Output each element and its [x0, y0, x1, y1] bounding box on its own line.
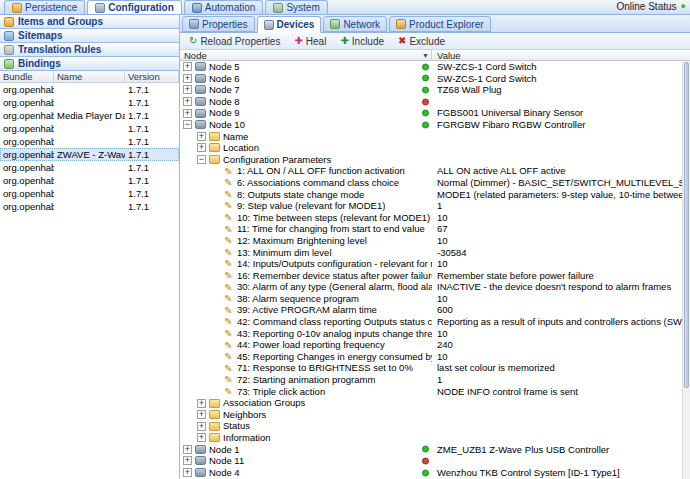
tree-row[interactable]: + Location [180, 142, 690, 154]
tree-row[interactable]: + Association Groups [180, 397, 690, 409]
binding-row[interactable]: org.openhab... 1.7.1 [0, 122, 179, 135]
tree-row[interactable]: + Node 5 SW-ZCS-1 Cord Switch [180, 61, 690, 73]
tree-row[interactable]: + Neighbors [180, 409, 690, 421]
expander-icon[interactable]: + [183, 97, 192, 106]
scrollbar-thumb[interactable] [684, 62, 689, 388]
column-menu-icon[interactable]: ▼ [422, 52, 429, 59]
expander-icon[interactable]: + [197, 132, 206, 141]
tree-row[interactable]: ✎ 12: Maximum Brightening level 10 [180, 235, 690, 247]
tree-item-label: Association Groups [223, 397, 305, 409]
tree-row[interactable]: ✎ 38: Alarm sequence program 10 [180, 293, 690, 305]
binding-row[interactable]: org.openhab... Media Player Daem... 1.7.… [0, 109, 179, 122]
expander-icon[interactable]: + [183, 456, 192, 465]
tree-row[interactable]: ✎ 45: Reporting Changes in energy consum… [180, 351, 690, 363]
expander-icon[interactable]: + [183, 445, 192, 454]
main-tab[interactable]: Product Explorer [389, 16, 490, 32]
main-tab[interactable]: Network [323, 16, 387, 32]
tree-row[interactable]: + Node 8 [180, 96, 690, 108]
expander-icon[interactable]: + [183, 62, 192, 71]
value-column-header[interactable]: Value [432, 50, 690, 60]
tree-row[interactable]: + Node 6 SW-ZCS-1 Cord Switch [180, 73, 690, 85]
tree-row[interactable]: ✎ 10: Time between steps (relevant for M… [180, 212, 690, 224]
toolbar-button[interactable]: ✚ Heal [288, 34, 332, 49]
expander-icon[interactable]: − [183, 120, 192, 129]
binding-row[interactable]: org.openhab... 1.7.1 [0, 161, 179, 174]
tree-row[interactable]: ✎ 6: Associations command class choice N… [180, 177, 690, 189]
expander-icon[interactable]: + [183, 85, 192, 94]
tree-row[interactable]: + Node 7 TZ68 Wall Plug [180, 84, 690, 96]
tree-row[interactable]: + Name [180, 131, 690, 143]
tree-row[interactable]: ✎ 42: Command class reporting Outputs st… [180, 316, 690, 328]
expander-icon[interactable]: + [197, 410, 206, 419]
tree-row[interactable]: + Information [180, 432, 690, 444]
binding-row[interactable]: org.openhab... 1.7.1 [0, 83, 179, 96]
top-tab-icon [12, 3, 22, 13]
tree-row[interactable]: + Node 1 ZME_UZB1 Z-Wave Plus USB Contro… [180, 444, 690, 456]
tree-row[interactable]: + Node 4 Wenzhou TKB Control System [ID-… [180, 467, 690, 479]
binding-row[interactable]: org.openhab... 1.7.1 [0, 135, 179, 148]
node-status-dot [422, 110, 429, 117]
tree-row[interactable]: ✎ 30: Alarm of any type (General alarm, … [180, 281, 690, 293]
expander-icon[interactable]: + [197, 433, 206, 442]
main-tab[interactable]: Devices [257, 16, 322, 33]
tree-row[interactable]: ✎ 71: Response to BRIGHTNESS set to 0% l… [180, 362, 690, 374]
top-tab[interactable]: Configuration [87, 0, 182, 14]
tree-row[interactable]: ✎ 8: Outputs state change mode MODE1 (re… [180, 189, 690, 201]
accordion-section-header[interactable]: Items and Groups [0, 15, 179, 29]
node-cell: ✎ 6: Associations command class choice [180, 177, 432, 189]
toolbar-button[interactable]: ✚ Include [334, 34, 390, 49]
tree-item-label: 73: Triple click action [237, 386, 325, 398]
online-status-icon: ● [681, 2, 686, 11]
tree-row[interactable]: ✎ 9: Step value (relevant for MODE1) 1 [180, 200, 690, 212]
tree-row[interactable]: + Status [180, 420, 690, 432]
top-tab-icon [273, 3, 283, 13]
main-tab-label: Properties [202, 19, 248, 30]
top-tab[interactable]: System [265, 0, 327, 14]
name-column-header[interactable]: Name [54, 71, 125, 82]
node-column-label: Node [184, 50, 207, 61]
tree-row[interactable]: ✎ 39: Active PROGRAM alarm time 600 [180, 304, 690, 316]
tree-item-icon [195, 445, 206, 454]
binding-row[interactable]: org.openhab... 1.7.1 [0, 187, 179, 200]
tree-row[interactable]: ✎ 44: Power load reporting frequency 240 [180, 339, 690, 351]
expander-icon[interactable]: + [197, 422, 206, 431]
toolbar-button[interactable]: ✖ Exclude [392, 34, 451, 49]
tree-row[interactable]: ✎ 14: Inputs/Outputs configuration - rel… [180, 258, 690, 270]
expander-icon[interactable]: − [197, 155, 206, 164]
binding-row[interactable]: org.openhab... 1.7.1 [0, 174, 179, 187]
binding-row[interactable]: org.openhab... 1.7.1 [0, 200, 179, 213]
accordion-section-header[interactable]: Bindings [0, 57, 179, 71]
tree-row[interactable]: − Node 10 FGRGBW Fibaro RGBW Controller [180, 119, 690, 131]
tree-row[interactable]: + Node 11 [180, 455, 690, 467]
tree-row[interactable]: ✎ 1: ALL ON / ALL OFF function activatio… [180, 165, 690, 177]
expander-icon[interactable]: + [197, 399, 206, 408]
toolbar-button[interactable]: ↻ Reload Properties [183, 34, 286, 49]
scrollbar[interactable] [682, 61, 690, 479]
accordion-section-header[interactable]: Translation Rules [0, 43, 179, 57]
tree-row[interactable]: ✎ 72: Starting animation programm 1 [180, 374, 690, 386]
version-column-header[interactable]: Version [125, 71, 179, 82]
tree-item-label: 44: Power load reporting frequency [237, 339, 385, 351]
tree-row[interactable]: ✎ 13: Minimum dim level -30584 [180, 247, 690, 259]
expander-icon[interactable]: + [183, 74, 192, 83]
expander-icon[interactable]: + [183, 468, 192, 477]
tree-row[interactable]: ✎ 16: Remember device status after power… [180, 270, 690, 282]
binding-row[interactable]: org.openhab... ZWAVE - Z-Wave B... 1.7.1 [0, 148, 179, 161]
top-tab[interactable]: Persistence [4, 0, 85, 14]
tree-row[interactable]: − Configuration Parameters [180, 154, 690, 166]
tree-row[interactable]: + Node 9 FGBS001 Universal Binary Sensor [180, 107, 690, 119]
tree-row[interactable]: ✎ 43: Reporting 0-10v analog inputs chan… [180, 328, 690, 340]
tree-row[interactable]: ✎ 11: Time for changing from start to en… [180, 223, 690, 235]
bundle-column-header[interactable]: Bundle [0, 71, 54, 82]
node-column-header[interactable]: Node ▼ [180, 50, 432, 60]
tree-row[interactable]: ✎ 73: Triple click action NODE INFO cont… [180, 386, 690, 398]
expander-icon[interactable]: + [183, 109, 192, 118]
name-cell [54, 174, 125, 187]
binding-row[interactable]: org.openhab... 1.7.1 [0, 96, 179, 109]
main-tab[interactable]: Properties [182, 16, 255, 32]
expander-icon[interactable]: + [197, 143, 206, 152]
node-status-dot [422, 457, 429, 464]
accordion-section-header[interactable]: Sitemaps [0, 29, 179, 43]
top-tab[interactable]: Automation [184, 0, 264, 14]
tree-item-label: Status [223, 420, 250, 432]
